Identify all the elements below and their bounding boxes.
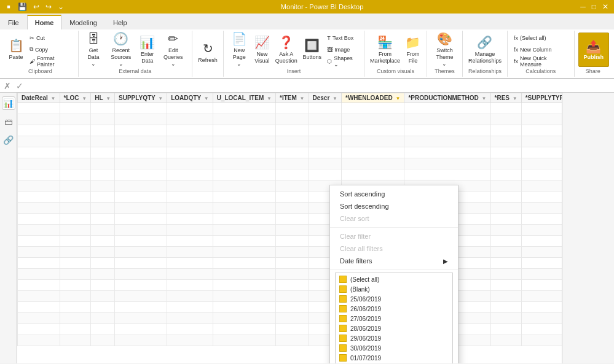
new-visual-button[interactable]: 📈 NewVisual xyxy=(252,33,272,67)
col-descr[interactable]: Descr ▼ xyxy=(309,93,342,103)
filter-item[interactable]: (Blank) xyxy=(336,284,452,294)
data-grid: DateReal ▼ *LOC ▼ HL ▼ SUPPLYQTY ▼ LOADQ… xyxy=(17,93,562,346)
filter-checkbox xyxy=(339,325,347,332)
new-quick-measure-icon: fx xyxy=(514,58,518,64)
formula-confirm[interactable]: ✓ xyxy=(15,81,25,91)
filter-checkbox xyxy=(339,335,347,342)
clear-all-filters-item[interactable]: Clear all filters xyxy=(330,242,458,255)
shapes-icon: ⬡ xyxy=(327,58,332,64)
date-filters-item[interactable]: Date filters ▶ xyxy=(330,255,458,267)
refresh-button[interactable]: ↻ Refresh xyxy=(196,36,219,70)
col-ulocalitem[interactable]: U_LOCAL_ITEM ▼ xyxy=(213,93,275,103)
edit-queries-button[interactable]: ✏ EditQueries ⌄ xyxy=(159,33,188,67)
cut-button[interactable]: ✂ Cut xyxy=(27,33,74,44)
new-column-button[interactable]: fx New Column xyxy=(511,44,570,55)
table-row xyxy=(18,313,562,324)
sidebar-left: 📊 🗃 🔗 xyxy=(0,93,17,363)
shapes-button[interactable]: ⬡ Shapes ⌄ xyxy=(325,56,360,67)
formula-cancel[interactable]: ✗ xyxy=(2,81,12,91)
new-quick-measure-button[interactable]: fx New Quick Measure xyxy=(511,56,570,67)
from-marketplace-button[interactable]: 🏪 FromMarketplace xyxy=(368,33,402,67)
filter-item[interactable]: 25/06/2019 xyxy=(336,294,452,304)
text-box-button[interactable]: T Text Box xyxy=(325,33,360,44)
table-row xyxy=(18,169,562,180)
ribbon-group-share: 📤 Publish Share xyxy=(575,31,612,77)
filter-item-label: 01/07/2019 xyxy=(350,355,381,362)
col-productionmethod[interactable]: *PRODUCTIONMETHOD ▼ xyxy=(404,93,490,103)
col-loadqty[interactable]: LOADQTY ▼ xyxy=(167,93,213,103)
clear-sort-item[interactable]: Clear sort xyxy=(330,212,458,225)
from-file-icon: 📁 xyxy=(405,35,420,50)
new-page-button[interactable]: 📄 NewPage ⌄ xyxy=(227,33,251,67)
col-datereal[interactable]: DateReal ▼ xyxy=(18,93,60,103)
filter-item-label: 30/06/2019 xyxy=(350,345,381,352)
paste-button[interactable]: 📋 Paste xyxy=(6,33,26,67)
filter-item[interactable]: (Select all) xyxy=(336,274,452,284)
ask-question-button[interactable]: ❓ Ask AQuestion xyxy=(273,33,299,67)
col-res[interactable]: *RES ▼ xyxy=(490,93,521,103)
format-painter-button[interactable]: 🖌 Format Painter xyxy=(27,56,74,67)
table-row xyxy=(18,125,562,136)
sidebar-icon-data[interactable]: 🗃 xyxy=(2,115,15,128)
sort-ascending-item[interactable]: Sort ascending xyxy=(330,188,458,200)
clear-filter-item[interactable]: Clear filter xyxy=(330,230,458,242)
col-whenloaded[interactable]: *WHENLOADED ▼ xyxy=(342,93,404,103)
tab-file[interactable]: File xyxy=(0,15,27,29)
copy-button[interactable]: ⧉ Copy xyxy=(27,44,74,55)
filter-item-label: 26/06/2019 xyxy=(350,306,381,312)
publish-button[interactable]: 📤 Publish xyxy=(578,33,609,67)
col-supplytype[interactable]: *SUPPLYTYPE ▼ xyxy=(521,93,562,103)
filter-item-label: 27/06/2019 xyxy=(350,316,381,322)
filter-item[interactable]: 29/06/2019 xyxy=(336,333,452,343)
formula-bar: ✗ ✓ xyxy=(0,79,614,93)
filter-item-label: 28/06/2019 xyxy=(350,325,381,332)
image-button[interactable]: 🖼 Image xyxy=(325,44,360,55)
col-hl[interactable]: HL ▼ xyxy=(91,93,115,103)
filter-item[interactable]: 30/06/2019 xyxy=(336,343,452,353)
themes-label: Themes xyxy=(431,67,459,76)
buttons-button[interactable]: 🔲 Buttons xyxy=(301,33,323,67)
switch-theme-button[interactable]: 🎨 SwitchTheme ⌄ xyxy=(431,33,459,67)
filter-checkbox xyxy=(339,276,347,283)
col-loc[interactable]: *LOC ▼ xyxy=(60,93,91,103)
sidebar-icon-report[interactable]: 📊 xyxy=(2,96,15,110)
close-button[interactable]: ✕ xyxy=(600,2,610,12)
ribbon-group-clipboard: 📋 Paste ✂ Cut ⧉ Copy 🖌 Format Painter xyxy=(2,31,79,77)
recent-sources-button[interactable]: 🕐 RecentSources ⌄ xyxy=(106,33,136,67)
sidebar-icon-model[interactable]: 🔗 xyxy=(2,133,15,147)
theme-icon: 🎨 xyxy=(437,31,452,46)
filter-section: Clear filter Clear all filters Date filt… xyxy=(330,228,458,270)
text-box-icon: T xyxy=(327,35,331,41)
from-file-button[interactable]: 📁 FromFile xyxy=(403,33,423,67)
filter-item[interactable]: 26/06/2019 xyxy=(336,304,452,314)
undo-button[interactable]: ↩ xyxy=(31,2,41,12)
get-data-button[interactable]: 🗄 GetData ⌄ xyxy=(82,33,104,67)
save-button[interactable]: 💾 xyxy=(16,2,29,12)
tab-modeling[interactable]: Modeling xyxy=(61,15,105,29)
filter-item[interactable]: 02/07/2019 xyxy=(336,363,452,363)
enter-data-button[interactable]: 📊 EnterData xyxy=(138,33,157,67)
ribbon-group-refresh: ↻ Refresh xyxy=(192,31,224,77)
filter-item[interactable]: 28/06/2019 xyxy=(336,323,452,333)
filter-list[interactable]: (Select all)(Blank)25/06/201926/06/20192… xyxy=(335,273,453,363)
table-row xyxy=(18,258,562,269)
table-row xyxy=(18,225,562,236)
ask-icon: ❓ xyxy=(278,35,294,50)
table-row xyxy=(18,114,562,125)
tab-help[interactable]: Help xyxy=(105,15,135,29)
maximize-button[interactable]: □ xyxy=(590,2,598,12)
qa-dropdown[interactable]: ⌄ xyxy=(56,2,66,12)
marketplace-icon: 🏪 xyxy=(377,35,393,50)
minimize-button[interactable]: ─ xyxy=(578,2,588,12)
filter-item[interactable]: 27/06/2019 xyxy=(336,314,452,323)
manage-relationships-button[interactable]: 🔗 ManageRelationships xyxy=(466,33,503,67)
col-supplyqty[interactable]: SUPPLYQTY ▼ xyxy=(115,93,167,103)
col-item[interactable]: *ITEM ▼ xyxy=(276,93,309,103)
redo-button[interactable]: ↪ xyxy=(44,2,53,12)
filter-item[interactable]: 01/07/2019 xyxy=(336,353,452,363)
sort-section: Sort ascending Sort descending Clear sor… xyxy=(330,185,458,228)
sort-descending-item[interactable]: Sort descending xyxy=(330,200,458,212)
new-measure-button[interactable]: fx (Select all) xyxy=(511,33,570,44)
insert-label: Insert xyxy=(227,67,360,76)
tab-home[interactable]: Home xyxy=(27,15,62,29)
